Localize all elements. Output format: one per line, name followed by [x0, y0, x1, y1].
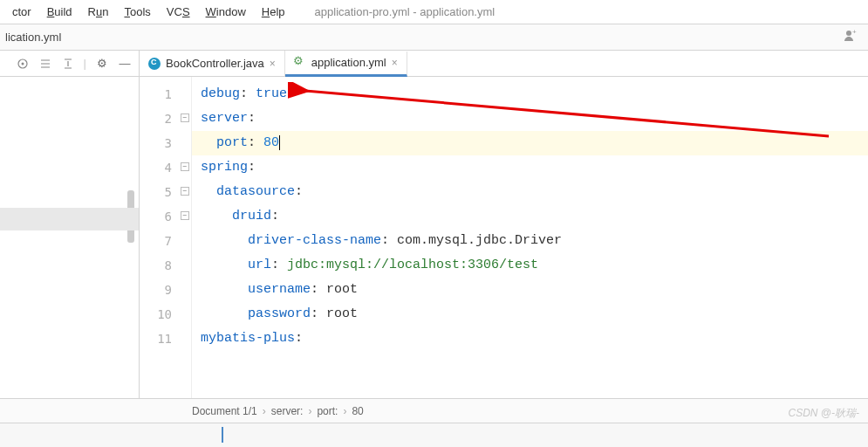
target-icon[interactable] [16, 57, 30, 71]
code-line[interactable]: password: root [192, 302, 868, 327]
project-toolbar: | ⚙ — [0, 51, 140, 76]
code-line[interactable]: server: [192, 107, 868, 131]
line-number[interactable]: 11 [140, 327, 191, 351]
navigation-bar: lication.yml + [0, 24, 868, 51]
yml-file-icon [294, 57, 306, 69]
code-line[interactable]: datasource: [192, 180, 868, 204]
line-number[interactable]: 3 [140, 131, 191, 155]
line-number[interactable]: 4− [140, 155, 191, 180]
watermark: CSDN @-耿瑞- [788, 406, 859, 421]
menu-vcs[interactable]: VCS [160, 3, 197, 21]
java-class-icon [148, 58, 161, 70]
line-number[interactable]: 1 [140, 82, 191, 107]
menu-help[interactable]: Help [255, 3, 292, 21]
gear-icon[interactable]: ⚙ [95, 57, 109, 71]
code-line[interactable]: driver-class-name: com.mysql.jdbc.Driver [192, 229, 868, 253]
sidebar-selection [0, 208, 139, 230]
toolbar-row: | ⚙ — BookController.java × application.… [0, 51, 868, 77]
breadcrumb-item[interactable]: 80 [352, 405, 363, 417]
code-line[interactable]: mybatis-plus: [192, 327, 868, 351]
expand-icon[interactable] [38, 57, 52, 71]
tab-application-yml[interactable]: application.yml × [285, 52, 407, 77]
status-hint [222, 427, 223, 443]
window-title: application-pro.yml - application.yml [315, 5, 496, 18]
code-line[interactable]: username: root [192, 278, 868, 302]
svg-text:+: + [852, 29, 857, 36]
line-gutter[interactable]: 12−34−5−6−7891011 [140, 77, 192, 398]
line-number[interactable]: 10 [140, 302, 191, 327]
code-line[interactable]: url: jdbc:mysql://localhost:3306/test [192, 253, 868, 278]
collapse-icon[interactable] [61, 57, 75, 71]
breadcrumb-file[interactable]: lication.yml [5, 31, 61, 44]
menu-bar: ctor Build Run Tools VCS Window Help app… [0, 0, 868, 24]
breadcrumb-doc: Document 1/1 [192, 405, 257, 417]
menu-run[interactable]: Run [81, 3, 116, 21]
editor-tabs: BookController.java × application.yml × [140, 51, 407, 76]
code-line[interactable]: spring: [192, 155, 868, 180]
project-sidebar[interactable] [0, 77, 140, 398]
svg-point-3 [21, 62, 24, 65]
code-line[interactable]: druid: [192, 204, 868, 229]
svg-point-0 [846, 31, 851, 36]
close-icon[interactable]: × [392, 57, 398, 69]
line-number[interactable]: 6− [140, 204, 191, 229]
tab-label: application.yml [311, 56, 386, 69]
fold-icon[interactable]: − [181, 162, 189, 171]
chevron-right-icon: › [263, 405, 266, 417]
breadcrumb-item[interactable]: port: [317, 405, 338, 417]
menu-tools[interactable]: Tools [117, 3, 157, 21]
main-area: 12−34−5−6−7891011 debug: trueserver: por… [0, 77, 868, 398]
line-number[interactable]: 2− [140, 107, 191, 131]
close-icon[interactable]: × [270, 58, 276, 70]
menu-build[interactable]: Build [40, 3, 79, 21]
chevron-right-icon: › [308, 405, 311, 417]
code-editor[interactable]: debug: trueserver: port: 80spring: datas… [192, 77, 868, 398]
line-number[interactable]: 5− [140, 180, 191, 204]
fold-icon[interactable]: − [181, 211, 189, 220]
minimize-icon[interactable]: — [118, 57, 132, 71]
breadcrumb-item[interactable]: server: [271, 405, 304, 417]
editor-breadcrumb[interactable]: Document 1/1 › server: › port: › 80 [0, 398, 868, 423]
user-icon[interactable]: + [844, 29, 863, 45]
menu-window[interactable]: Window [199, 3, 253, 21]
status-bar [0, 423, 868, 447]
fold-icon[interactable]: − [181, 187, 189, 196]
code-line[interactable]: port: 80 [192, 131, 868, 155]
line-number[interactable]: 8 [140, 253, 191, 278]
fold-icon[interactable]: − [181, 113, 189, 122]
code-line[interactable]: debug: true [192, 82, 868, 107]
tab-label: BookController.java [166, 57, 264, 70]
menu-refactor[interactable]: ctor [5, 3, 38, 21]
line-number[interactable]: 7 [140, 229, 191, 253]
line-number[interactable]: 9 [140, 278, 191, 302]
tab-bookcontroller[interactable]: BookController.java × [140, 51, 285, 76]
chevron-right-icon: › [343, 405, 346, 417]
